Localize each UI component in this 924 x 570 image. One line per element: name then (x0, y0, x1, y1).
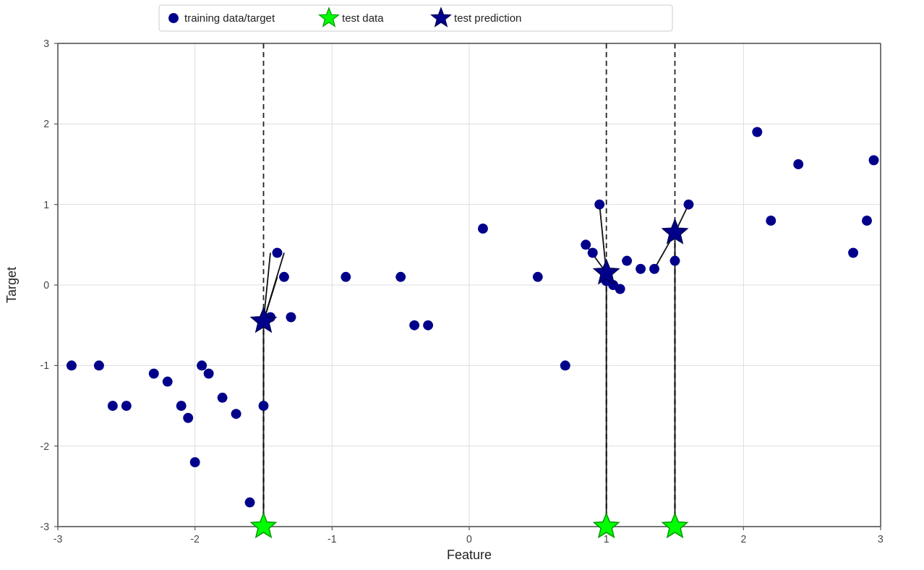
svg-point-98 (670, 256, 680, 266)
svg-point-89 (581, 239, 591, 250)
svg-point-72 (190, 457, 200, 467)
svg-point-75 (218, 393, 228, 403)
svg-point-100 (752, 127, 762, 137)
svg-text:2: 2 (43, 118, 49, 129)
svg-point-105 (869, 155, 879, 165)
svg-point-68 (149, 368, 159, 378)
svg-text:Target: Target (4, 267, 19, 303)
svg-point-101 (766, 216, 776, 226)
svg-point-102 (793, 159, 803, 169)
svg-point-64 (67, 360, 77, 370)
svg-text:3: 3 (43, 38, 49, 49)
svg-point-87 (533, 272, 543, 282)
svg-text:test prediction: test prediction (454, 12, 521, 24)
svg-point-83 (341, 272, 351, 282)
svg-point-90 (588, 247, 598, 258)
svg-point-85 (423, 320, 433, 331)
svg-point-74 (204, 368, 214, 378)
main-chart: -3-2-10123-3-2-10123FeatureTargettrainin… (0, 0, 924, 570)
svg-text:3: 3 (878, 533, 884, 545)
svg-point-70 (176, 401, 187, 411)
svg-text:-1: -1 (40, 360, 50, 371)
svg-text:-3: -3 (54, 533, 63, 545)
svg-point-78 (259, 401, 269, 411)
svg-point-77 (245, 498, 255, 508)
svg-point-94 (615, 284, 625, 294)
svg-text:test data: test data (342, 12, 384, 24)
svg-point-88 (560, 360, 570, 370)
svg-point-106 (409, 320, 419, 331)
svg-text:-1: -1 (328, 533, 337, 545)
svg-point-103 (848, 247, 858, 258)
svg-point-97 (649, 264, 659, 274)
svg-point-95 (622, 256, 632, 266)
svg-point-81 (279, 272, 289, 282)
svg-point-76 (231, 409, 241, 419)
svg-text:2: 2 (740, 533, 746, 545)
svg-point-99 (683, 200, 693, 210)
svg-text:-2: -2 (40, 441, 50, 452)
svg-point-108 (168, 13, 179, 23)
svg-point-86 (478, 224, 488, 234)
svg-text:0: 0 (43, 279, 49, 291)
svg-text:-2: -2 (190, 533, 200, 545)
chart-container: -3-2-10123-3-2-10123FeatureTargettrainin… (0, 0, 924, 570)
svg-point-69 (163, 377, 173, 387)
svg-point-73 (197, 360, 207, 370)
svg-point-67 (121, 401, 132, 411)
svg-point-82 (286, 312, 296, 323)
svg-text:-3: -3 (40, 521, 50, 532)
svg-point-84 (395, 272, 406, 282)
svg-text:Feature: Feature (447, 548, 492, 562)
svg-point-66 (108, 401, 118, 411)
svg-point-96 (636, 264, 646, 274)
svg-point-91 (594, 200, 604, 210)
svg-text:0: 0 (466, 533, 472, 545)
svg-text:1: 1 (43, 199, 49, 210)
svg-point-71 (183, 413, 193, 423)
svg-text:training data/target: training data/target (184, 12, 275, 24)
svg-point-65 (94, 360, 104, 370)
svg-point-80 (272, 247, 282, 258)
svg-point-104 (862, 216, 872, 226)
svg-text:1: 1 (604, 533, 609, 545)
